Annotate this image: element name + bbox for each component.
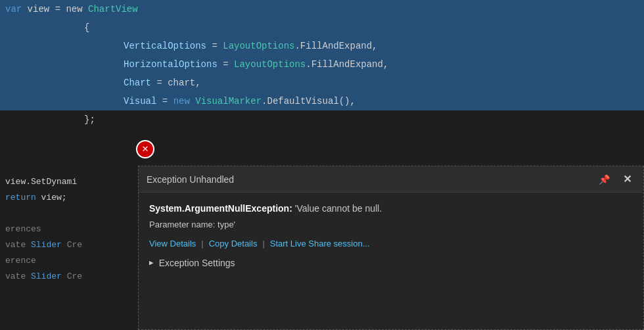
bottom-line-7: vate Slider Cre [0,268,138,284]
layout-options-2: LayoutOptions [234,59,306,70]
code-line-2: { [0,18,644,37]
vate1: vate [5,240,31,250]
new-kw: new [173,96,196,106]
dot-fill: .FillAndExpand, [294,41,377,51]
highlight-chartview: ChartView [88,4,138,14]
code-text: view = new [22,4,88,14]
error-x-icon: ✕ [142,144,149,154]
bottom-line-1: view.SetDynami [0,174,138,189]
close-button[interactable]: ✕ [619,173,635,186]
live-share-link[interactable]: Start Live Share session... [270,239,370,248]
horizontal-options: HorizontalOptions [5,59,218,70]
bottom-line-5: vate Slider Cre [0,237,138,252]
error-circle: ✕ [136,140,154,158]
brace-open: { [5,22,89,33]
dot-fill-2: .FillAndExpand, [306,59,388,70]
erences: erences [5,224,41,234]
code-line-4: HorizontalOptions = LayoutOptions .FillA… [0,55,644,74]
view-details-link[interactable]: View Details [149,239,196,248]
triangle-icon: ▶ [149,260,154,267]
bl1: view.SetDynami [5,177,77,187]
visual-method: .DefaultVisual(), [262,96,356,106]
exception-type: System.ArgumentNullException: [149,203,292,214]
exception-message-line2: Parameter name: type' [149,220,633,229]
panel-actions: 📌 ✕ [595,173,635,186]
chart-prop: Chart [5,78,151,88]
return-kw: return [5,193,36,202]
slider-kw2: Slider [31,271,62,281]
keyword-var: var [5,4,22,14]
visual-eq: = [156,96,173,106]
separator-1: | [196,239,208,248]
cre2: Cre [62,271,82,281]
code-line-5: Chart = chart, [0,74,644,92]
code-line-6: Visual = new VisualMarker .DefaultVisual… [0,92,644,110]
cre1: Cre [62,240,82,250]
close-icon: ✕ [623,174,632,185]
bottom-line-6: erence [0,252,138,268]
visual-marker: VisualMarker [195,96,262,106]
exception-title-line: System.ArgumentNullException: 'Value can… [149,202,633,216]
equals2: = [218,59,234,70]
bottom-line-4: erences [0,221,138,237]
visual-prop: Visual [5,96,156,106]
exception-settings-label: Exception Settings [159,258,235,268]
panel-content: System.ArgumentNullException: 'Value can… [139,193,643,329]
slider-kw1: Slider [31,240,62,250]
separator-2: | [257,239,269,248]
pin-icon: 📌 [599,174,610,185]
exception-msg-1: 'Value cannot be null. [295,203,382,214]
pin-button[interactable]: 📌 [595,173,614,186]
vertical-options: VerticalOptions [5,41,206,51]
code-line-3: VerticalOptions = LayoutOptions .FillAnd… [0,37,644,55]
return-view: view; [36,193,67,202]
exception-settings-row[interactable]: ▶ Exception Settings [149,258,633,268]
code-area-top: var view = new ChartView { VerticalOptio… [0,0,644,171]
chart-val: = chart, [151,78,201,88]
bottom-line-3 [0,205,138,221]
code-line-7: }; [0,110,644,129]
brace-semi: }; [5,114,95,125]
code-line-1: var view = new ChartView [0,0,644,18]
panel-title: Exception Unhandled [147,174,234,185]
error-icon-container: ✕ [136,140,154,158]
vate2: vate [5,271,31,281]
equals: = [206,41,223,51]
erence: erence [5,256,36,266]
layout-options: LayoutOptions [223,41,294,51]
exception-panel: Exception Unhandled 📌 ✕ System.ArgumentN… [138,166,644,330]
panel-header: Exception Unhandled 📌 ✕ [139,166,643,193]
bottom-line-2: return view; [0,189,138,205]
links-row: View Details | Copy Details | Start Live… [149,239,633,248]
code-area-bottom: view.SetDynami return view; erences vate… [0,171,138,330]
copy-details-link[interactable]: Copy Details [209,239,258,248]
